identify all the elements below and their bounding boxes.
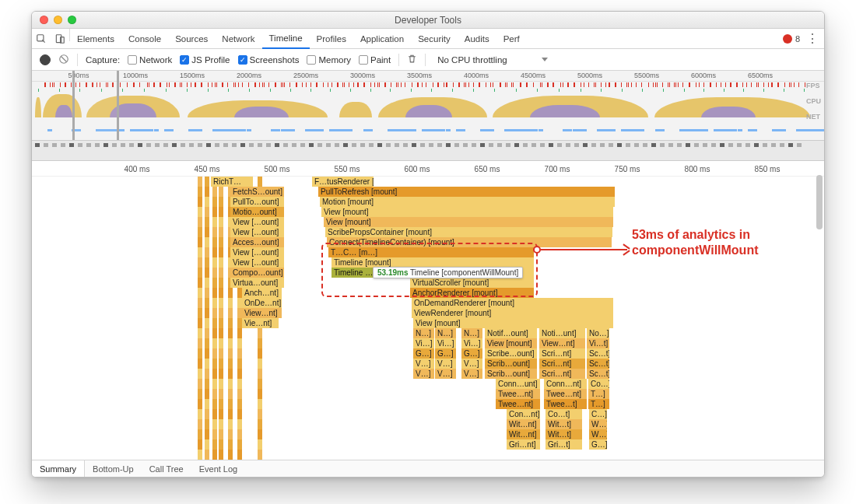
tab-elements[interactable]: Elements	[70, 29, 121, 48]
flame-bar[interactable]: V…]	[413, 359, 435, 369]
flame-bar[interactable]: View [mount]	[485, 338, 538, 348]
tab-profiles[interactable]: Profiles	[310, 29, 353, 48]
flame-bar[interactable]: T…]	[588, 389, 610, 399]
flame-bar[interactable]: G…]	[413, 348, 435, 359]
flame-bar[interactable]: PullToRefresh [mount]	[318, 187, 616, 197]
tab-event-log[interactable]: Event Log	[191, 460, 246, 477]
more-menu-icon[interactable]: ⋮	[806, 31, 818, 46]
flame-bar[interactable]: View [mount]	[321, 207, 614, 217]
flame-bar[interactable]: Gri…nt]	[507, 439, 541, 450]
flame-bar[interactable]: FetchS…ount]	[230, 187, 285, 197]
flame-bar[interactable]: Scrib…ount]	[485, 359, 538, 369]
tab-network[interactable]: Network	[215, 29, 261, 48]
flame-bar[interactable]: W…]	[589, 429, 608, 439]
flame-bar[interactable]: G…]	[589, 439, 608, 450]
flame-bar[interactable]: Motio…ount]	[230, 207, 285, 217]
flame-bar[interactable]: Scribe…ount]	[485, 348, 538, 359]
capture-screenshots-checkbox[interactable]: ✓Screenshots	[238, 55, 300, 65]
device-toggle-icon[interactable]	[51, 29, 69, 48]
flame-bar[interactable]: RichT…	[211, 177, 254, 187]
cpu-throttle-select[interactable]: No CPU throttling	[433, 54, 551, 66]
capture-network-checkbox[interactable]: Network	[128, 55, 172, 65]
inspect-icon[interactable]	[32, 29, 51, 48]
flame-bar[interactable]: AnchorRenderer [mount]	[410, 288, 535, 298]
flame-bar[interactable]: Scri…nt]	[539, 369, 586, 379]
flame-bar[interactable]: Vi…]	[461, 338, 483, 348]
flame-bar[interactable]: View…nt]	[539, 338, 586, 348]
flame-bar[interactable]: N…]	[461, 328, 483, 338]
flame-bar[interactable]: V…]	[461, 369, 483, 379]
flame-bar[interactable]: F…tusRenderer [	[312, 177, 374, 187]
garbage-collect-button[interactable]	[407, 54, 417, 65]
flame-bar[interactable]: Connect(TimelineContainer) [mount]	[327, 237, 612, 247]
flame-bar[interactable]: Vi…]	[435, 338, 457, 348]
capture-js-profile-checkbox[interactable]: ✓JS Profile	[180, 55, 230, 65]
tab-console[interactable]: Console	[121, 29, 168, 48]
clear-button[interactable]	[58, 54, 69, 66]
flame-bar[interactable]: N…]	[435, 328, 457, 338]
flame-bar[interactable]: Vi…t]	[587, 338, 610, 348]
overview-strip[interactable]: 500ms1000ms1500ms2000ms2500ms3000ms3500m…	[32, 71, 824, 141]
flame-bar[interactable]: View [mount]	[324, 217, 614, 227]
flame-bar[interactable]: C…]	[589, 409, 608, 419]
flame-bar[interactable]: Co…]	[588, 379, 610, 389]
flame-bar[interactable]: OnDe…nt]	[242, 298, 282, 308]
flame-bar[interactable]: Sc…t]	[587, 369, 610, 379]
flame-bar[interactable]: VirtualScroller [mount]	[410, 278, 535, 288]
error-badge[interactable]: 8	[783, 34, 800, 44]
screenshot-strip[interactable]	[32, 141, 824, 161]
flame-bar[interactable]: Twee…t]	[544, 399, 588, 409]
tab-timeline[interactable]: Timeline	[262, 29, 310, 49]
flame-bar[interactable]: Virtua…ount]	[230, 278, 285, 288]
flame-bar[interactable]: View […ount]	[230, 257, 285, 268]
flame-bar[interactable]: Co…t]	[546, 409, 583, 419]
flame-bar[interactable]: Wit…t]	[546, 419, 583, 429]
flame-bar[interactable]: Compo…ount]	[230, 268, 285, 278]
flame-bar[interactable]: View…nt]	[242, 308, 282, 318]
flame-bar[interactable]: ViewRenderer [mount]	[412, 308, 614, 318]
flame-bar[interactable]: V…]	[435, 369, 457, 379]
flame-bar[interactable]: Vi…]	[413, 338, 435, 348]
flame-bar[interactable]: Sc…t]	[587, 359, 610, 369]
flame-bar[interactable]: V…]	[435, 359, 457, 369]
flame-bar[interactable]: Twee…nt]	[496, 399, 541, 409]
tab-sources[interactable]: Sources	[168, 29, 215, 48]
tab-bottom-up[interactable]: Bottom-Up	[85, 460, 142, 477]
flame-bar[interactable]: View […ount]	[230, 227, 285, 237]
flame-bar[interactable]: Gri…t]	[546, 439, 583, 450]
flame-bar[interactable]: G…]	[435, 348, 457, 359]
flame-bar[interactable]: Conn…nt]	[544, 379, 588, 389]
capture-memory-checkbox[interactable]: Memory	[307, 55, 351, 65]
tab-application[interactable]: Application	[353, 29, 411, 48]
flame-bar[interactable]: View […ount]	[230, 247, 285, 257]
flame-bar[interactable]: N…]	[413, 328, 435, 338]
flame-bar[interactable]: V…]	[413, 369, 435, 379]
flame-bar[interactable]: T…C… [m…]	[328, 247, 535, 257]
flame-bar[interactable]: Sc…t]	[587, 348, 610, 359]
flame-bar[interactable]: Acces…ount]	[230, 237, 285, 247]
tab-call-tree[interactable]: Call Tree	[142, 460, 191, 477]
flame-bar[interactable]: No…]	[587, 328, 610, 338]
flame-bar[interactable]: Scri…nt]	[539, 348, 586, 359]
flame-bar[interactable]: Wit…nt]	[507, 419, 541, 429]
flame-chart[interactable]: RichT…F…tusRenderer [FetchS…ount]PullToR…	[32, 177, 813, 460]
flame-bar[interactable]: Scri…nt]	[539, 359, 586, 369]
flame-bar[interactable]: T…]	[588, 399, 610, 409]
flame-bar[interactable]: V…]	[461, 359, 483, 369]
flame-bar[interactable]: W…]	[589, 419, 608, 429]
tab-security[interactable]: Security	[411, 29, 458, 48]
flame-bar[interactable]: Wit…nt]	[507, 429, 541, 439]
tab-perf[interactable]: Perf	[496, 29, 527, 48]
flame-bar[interactable]: Notif…ount]	[485, 328, 538, 338]
flame-bar[interactable]: Scrib…ount]	[485, 369, 538, 379]
flame-bar[interactable]: View [mount]	[413, 318, 614, 328]
flame-bar[interactable]: G…]	[461, 348, 483, 359]
tab-summary[interactable]: Summary	[32, 460, 85, 477]
flame-bar[interactable]: Con…nt]	[507, 409, 541, 419]
flame-bar[interactable]: Twee…nt]	[544, 389, 588, 399]
flame-bar[interactable]: View […ount]	[230, 217, 285, 227]
record-button[interactable]	[40, 54, 51, 65]
flame-bar[interactable]: Twee…nt]	[496, 389, 541, 399]
flame-chart-area[interactable]: 400 ms450 ms500 ms550 ms600 ms650 ms700 …	[32, 164, 824, 460]
flame-bar[interactable]: Conn…unt]	[496, 379, 541, 389]
